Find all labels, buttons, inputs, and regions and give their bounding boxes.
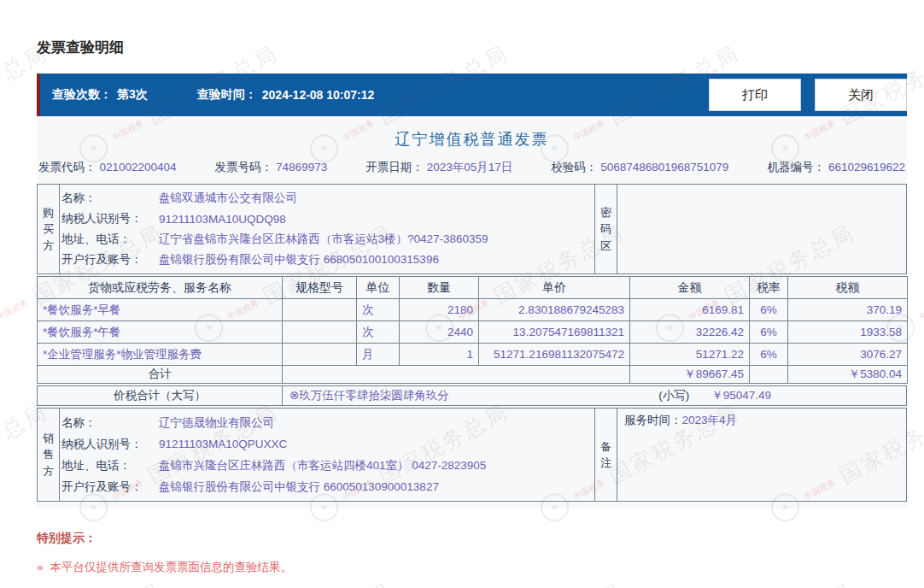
bullet-icon: » [37, 561, 44, 573]
invoice-panel: 辽宁增值税普通发票 发票代码：021002200404 发票号码：7486997… [37, 116, 907, 509]
remark-side-label: 备注 [595, 409, 617, 501]
seller-name-row: 名称： 辽宁德晟物业有限公司 [60, 412, 594, 433]
total-spacer [283, 366, 630, 384]
seller-taxid-row: 纳税人识别号： 91211103MA10QPUXXC [60, 433, 594, 455]
check-count-value: 第3次 [117, 87, 148, 103]
seller-info: 名称： 辽宁德晟物业有限公司 纳税人识别号： 91211103MA10QPUXX… [60, 409, 594, 501]
item-price: 51271.216981132075472 [479, 344, 630, 366]
tax-total-row: 价税合计（大写） ⊗玖万伍仟零肆拾柒圆肆角玖分 (小写) ￥95047.49 [37, 385, 907, 406]
col-header-name: 货物或应税劳务、服务名称 [38, 277, 283, 299]
check-time-label: 查验时间： [197, 87, 257, 103]
invoice-title: 辽宁增值税普通发票 [37, 116, 907, 158]
buyer-info: 名称： 盘锦双通城市公交有限公司 纳税人识别号： 91211103MA10UQD… [60, 185, 594, 273]
buyer-bank-row: 开户行及账号： 盘锦银行股份有限公司中银支行 66805010010031539… [60, 250, 594, 270]
verification-toolbar: 查验次数： 第3次 查验时间： 2024-12-08 10:07:12 打印 关… [37, 74, 907, 116]
service-time-value: 2023年4月 [682, 414, 738, 426]
item-tax: 370.19 [788, 299, 908, 321]
total-tax: ￥5380.04 [788, 366, 908, 384]
item-spec [283, 321, 357, 344]
close-button[interactable]: 关闭 [815, 79, 907, 111]
item-amount: 6169.81 [630, 299, 750, 321]
item-unit: 次 [357, 321, 400, 344]
seller-side-label: 销售方 [38, 409, 60, 501]
invoice-number: 发票号码：74869973 [215, 160, 328, 175]
print-button[interactable]: 打印 [709, 79, 801, 111]
check-code: 校验码：50687486801968751079 [551, 160, 728, 175]
item-amount: 32226.42 [630, 321, 750, 344]
tax-total-small: (小写) ￥95047.49 [658, 388, 771, 403]
item-row-1: *餐饮服务*早餐 次 2180 2.830188679245283 6169.8… [38, 299, 908, 321]
invoice-code: 发票代码：021002200404 [38, 160, 177, 175]
total-rate-spacer [750, 366, 788, 384]
item-taxrate: 6% [750, 321, 788, 344]
item-taxrate: 6% [750, 344, 788, 366]
item-amount: 51271.22 [630, 344, 750, 366]
seller-section: 销售方 名称： 辽宁德晟物业有限公司 纳税人识别号： 91211103MA10Q… [37, 408, 907, 502]
item-qty: 2440 [400, 321, 479, 344]
password-area [617, 185, 906, 273]
seller-address-row: 地址、电话： 盘锦市兴隆台区庄林路西（市客运站四楼401室） 0427-2823… [60, 455, 594, 476]
invoice-date: 开票日期：2023年05月17日 [366, 160, 512, 175]
item-spec [283, 344, 357, 366]
item-qty: 2180 [400, 299, 479, 321]
items-total-row: 合计 ￥89667.45 ￥5380.04 [38, 366, 908, 384]
check-time-value: 2024-12-08 10:07:12 [262, 88, 375, 102]
item-unit: 月 [357, 344, 400, 366]
main-content: 发票查验明细 查验次数： 第3次 查验时间： 2024-12-08 10:07:… [37, 0, 907, 588]
machine-number: 机器编号：661029619622 [767, 160, 905, 175]
remark-region: 备注 服务时间：2023年4月 [594, 409, 906, 501]
tax-total-capital: ⊗玖万伍仟零肆拾柒圆肆角玖分 [283, 388, 449, 403]
col-header-spec: 规格型号 [283, 277, 357, 299]
password-region: 密码区 [594, 185, 906, 273]
item-name: *企业管理服务*物业管理服务费 [38, 344, 283, 366]
item-row-2: *餐饮服务*午餐 次 2440 13.207547169811321 32226… [38, 321, 908, 344]
invoice-meta-row: 发票代码：021002200404 发票号码：74869973 开票日期：202… [37, 158, 907, 182]
buyer-taxid-row: 纳税人识别号： 91211103MA10UQDQ98 [60, 209, 594, 229]
item-qty: 1 [400, 344, 479, 366]
item-name: *餐饮服务*午餐 [38, 321, 283, 344]
col-header-qty: 数量 [400, 277, 479, 299]
tax-total-label: 价税合计（大写） [38, 386, 283, 405]
item-name: *餐饮服务*早餐 [38, 299, 283, 321]
item-spec [283, 299, 357, 321]
service-time-label: 服务时间： [624, 414, 682, 426]
items-table: 货物或应税劳务、服务名称 规格型号 单位 数量 单价 金额 税率 税额 *餐饮服… [37, 276, 908, 384]
check-count-label: 查验次数： [52, 87, 112, 103]
col-header-taxrate: 税率 [750, 277, 788, 299]
total-label: 合计 [38, 366, 283, 384]
buyer-section: 购买方 名称： 盘锦双通城市公交有限公司 纳税人识别号： 91211103MA1… [37, 184, 907, 274]
notice-title: 特别提示： [37, 531, 907, 546]
item-tax: 1933.58 [788, 321, 908, 344]
buyer-address-row: 地址、电话： 辽宁省盘锦市兴隆台区庄林路西（市客运站3楼）?0427-38603… [60, 229, 594, 250]
items-header-row: 货物或应税劳务、服务名称 规格型号 单位 数量 单价 金额 税率 税额 [38, 277, 908, 299]
check-count: 查验次数： 第3次 [52, 87, 148, 103]
notice-item-1: »本平台仅提供所查询发票票面信息的查验结果。 [37, 560, 907, 575]
password-side-label: 密码区 [595, 185, 617, 273]
total-amount: ￥89667.45 [630, 366, 750, 384]
item-row-3: *企业管理服务*物业管理服务费 月 1 51271.21698113207547… [38, 344, 908, 366]
buyer-name-row: 名称： 盘锦双通城市公交有限公司 [60, 188, 594, 209]
remark-content: 服务时间：2023年4月 [617, 409, 906, 501]
item-tax: 3076.27 [788, 344, 908, 366]
col-header-unit: 单位 [357, 277, 400, 299]
buyer-side-label: 购买方 [38, 185, 60, 273]
col-header-price: 单价 [479, 277, 630, 299]
item-unit: 次 [357, 299, 400, 321]
check-time: 查验时间： 2024-12-08 10:07:12 [197, 87, 375, 103]
item-taxrate: 6% [750, 299, 788, 321]
item-price: 13.207547169811321 [479, 321, 630, 344]
seller-bank-row: 开户行及账号： 盘锦银行股份有限公司中银支行 66005013090001382… [60, 476, 594, 497]
col-header-amount: 金额 [630, 277, 750, 299]
col-header-tax: 税额 [788, 277, 908, 299]
page-title: 发票查验明细 [37, 38, 907, 57]
footer-notices: 特别提示： »本平台仅提供所查询发票票面信息的查验结果。 »若发现发票查验结果与… [37, 531, 907, 588]
item-price: 2.830188679245283 [479, 299, 630, 321]
